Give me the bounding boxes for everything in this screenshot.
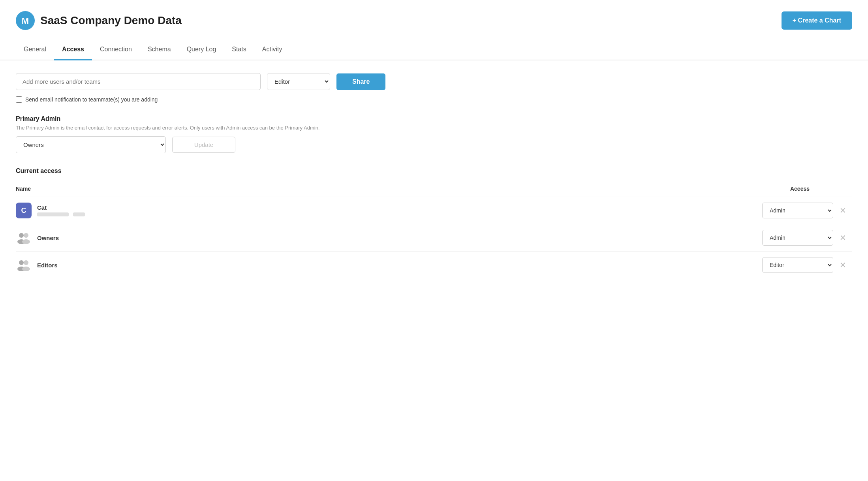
blurred-email-2 xyxy=(73,212,85,216)
user-name: Editors xyxy=(37,262,58,269)
table-row: C Cat xyxy=(16,197,852,224)
svg-point-4 xyxy=(24,233,28,238)
user-cell-editors: Editors xyxy=(16,257,397,273)
user-cell-owners: Owners xyxy=(16,230,397,246)
remove-button-cat[interactable]: ✕ xyxy=(836,204,849,217)
access-select-editors[interactable]: Admin Editor Viewer xyxy=(762,257,833,273)
avatar xyxy=(16,257,32,273)
avatar xyxy=(16,230,32,246)
svg-point-6 xyxy=(19,260,24,265)
primary-admin-description: The Primary Admin is the email contact f… xyxy=(16,125,332,131)
user-name: Owners xyxy=(37,235,59,241)
user-cell-cat: C Cat xyxy=(16,203,397,218)
share-button[interactable]: Share xyxy=(336,73,385,90)
svg-point-5 xyxy=(22,239,30,244)
access-select-owners[interactable]: Admin Editor Viewer xyxy=(762,230,833,246)
svg-point-9 xyxy=(22,267,30,271)
primary-admin-row: Owners Update xyxy=(16,136,852,153)
remove-button-editors[interactable]: ✕ xyxy=(836,259,849,271)
team-icon xyxy=(16,230,32,246)
blurred-email xyxy=(37,212,69,216)
tab-nav: General Access Connection Schema Query L… xyxy=(0,41,868,60)
access-table: Name Access C Cat xyxy=(16,182,852,278)
email-notification-row: Send email notification to teammate(s) y… xyxy=(16,96,852,103)
update-button[interactable]: Update xyxy=(172,137,235,153)
page-header: M SaaS Company Demo Data + Create a Char… xyxy=(0,0,868,30)
avatar: C xyxy=(16,203,32,218)
share-row: Editor Admin Viewer Share xyxy=(16,73,852,90)
app-logo-icon: M xyxy=(16,11,35,30)
current-access-section: Current access Name Access C Cat xyxy=(16,167,852,278)
remove-button-owners[interactable]: ✕ xyxy=(836,231,849,244)
tab-general[interactable]: General xyxy=(16,41,54,60)
tab-query-log[interactable]: Query Log xyxy=(179,41,224,60)
svg-point-2 xyxy=(19,233,24,238)
primary-admin-section: Primary Admin The Primary Admin is the e… xyxy=(16,115,852,153)
svg-point-8 xyxy=(24,260,28,265)
email-notification-checkbox[interactable] xyxy=(16,96,22,103)
main-content: Editor Admin Viewer Share Send email not… xyxy=(0,60,868,291)
email-notification-label[interactable]: Send email notification to teammate(s) y… xyxy=(25,96,158,103)
tab-schema[interactable]: Schema xyxy=(140,41,179,60)
app-title: SaaS Company Demo Data xyxy=(40,14,182,27)
table-row: Editors Admin Editor Viewer ✕ xyxy=(16,252,852,279)
user-name: Cat xyxy=(37,204,85,211)
access-select-cat[interactable]: Admin Editor Viewer xyxy=(762,203,833,218)
create-chart-button[interactable]: + Create a Chart xyxy=(782,11,852,30)
add-users-input[interactable] xyxy=(16,73,261,90)
tab-stats[interactable]: Stats xyxy=(224,41,254,60)
current-access-title: Current access xyxy=(16,167,852,175)
user-email xyxy=(37,211,85,217)
role-select[interactable]: Editor Admin Viewer xyxy=(267,73,330,90)
col-header-name: Name xyxy=(16,182,397,197)
user-info-cat: Cat xyxy=(37,204,85,217)
col-header-access: Access xyxy=(397,182,833,197)
app-branding: M SaaS Company Demo Data xyxy=(16,11,182,30)
tab-access[interactable]: Access xyxy=(54,41,92,60)
tab-activity[interactable]: Activity xyxy=(254,41,290,60)
primary-admin-select[interactable]: Owners xyxy=(16,136,166,153)
tab-connection[interactable]: Connection xyxy=(92,41,140,60)
team-icon xyxy=(16,257,32,273)
table-row: Owners Admin Editor Viewer ✕ xyxy=(16,224,852,252)
primary-admin-title: Primary Admin xyxy=(16,115,852,122)
svg-text:M: M xyxy=(22,16,29,26)
